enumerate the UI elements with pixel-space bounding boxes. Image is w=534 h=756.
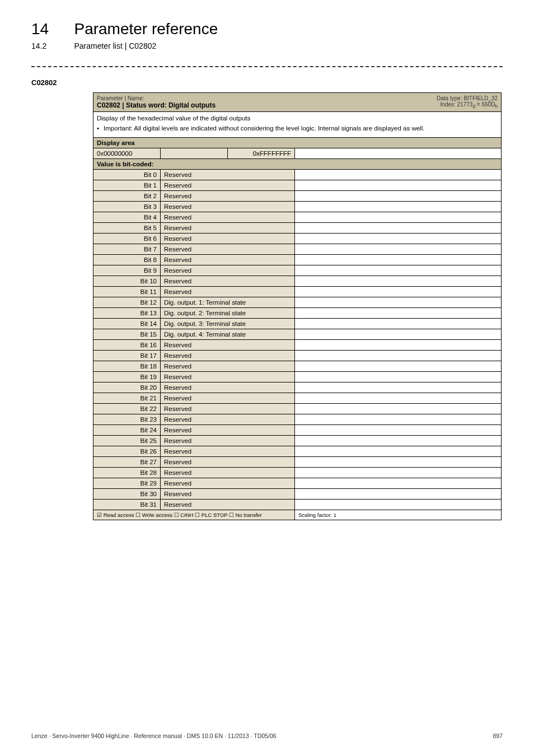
page-footer: Lenze · Servo-Inverter 9400 HighLine · R… — [31, 732, 503, 739]
bit-label: Bit 11 — [93, 287, 161, 297]
bit-label: Bit 4 — [93, 212, 161, 222]
bit-value: Reserved — [161, 382, 295, 393]
bit-coded-header: Value is bit-coded: — [93, 159, 501, 170]
bit-value: Dig. output. 4: Terminal state — [161, 329, 295, 339]
bit-value: Reserved — [161, 340, 295, 350]
bit-label: Bit 2 — [93, 191, 161, 201]
footer-text: Lenze · Servo-Inverter 9400 HighLine · R… — [31, 732, 277, 739]
bit-label: Bit 12 — [93, 297, 161, 307]
bit-value: Reserved — [161, 170, 295, 180]
bit-label: Bit 7 — [93, 244, 161, 254]
bit-value: Reserved — [161, 404, 295, 414]
bit-value: Reserved — [161, 361, 295, 371]
bit-value: Reserved — [161, 478, 295, 488]
bit-value: Reserved — [161, 223, 295, 233]
bit-row: Bit 21Reserved — [93, 393, 501, 404]
bit-value: Reserved — [161, 489, 295, 499]
section-title: Parameter list | C02802 — [74, 41, 156, 50]
bit-value: Reserved — [161, 446, 295, 456]
access-flags: ☑ Read access ☐ Write access ☐ CINH ☐ PL… — [93, 510, 295, 520]
bit-row: Bit 28Reserved — [93, 468, 501, 478]
bit-label: Bit 31 — [93, 500, 161, 510]
bit-value: Dig. output. 1: Terminal state — [161, 297, 295, 307]
bit-label: Bit 13 — [93, 308, 161, 318]
bit-label: Bit 14 — [93, 319, 161, 329]
bit-row: Bit 9Reserved — [93, 265, 501, 276]
bit-row: Bit 11Reserved — [93, 287, 501, 297]
bit-value: Dig. output. 2: Terminal state — [161, 308, 295, 318]
bit-row: Bit 30Reserved — [93, 489, 501, 500]
description-row: Display of the hexadecimal value of the … — [93, 112, 501, 138]
description-text: Display of the hexadecimal value of the … — [97, 114, 498, 123]
bit-label: Bit 30 — [93, 489, 161, 499]
bit-label: Bit 23 — [93, 414, 161, 424]
bit-label: Bit 8 — [93, 255, 161, 265]
chapter-title: Parameter reference — [74, 20, 218, 38]
bit-value: Reserved — [161, 212, 295, 222]
bit-row: Bit 15Dig. output. 4: Terminal state — [93, 329, 501, 340]
bit-value: Reserved — [161, 393, 295, 403]
display-range-row: 0x00000000 0xFFFFFFFF — [93, 148, 501, 159]
bit-value: Reserved — [161, 191, 295, 201]
bit-label: Bit 20 — [93, 382, 161, 393]
access-flags-row: ☑ Read access ☐ Write access ☐ CINH ☐ PL… — [93, 510, 501, 520]
bit-value: Reserved — [161, 372, 295, 382]
bit-value: Reserved — [161, 500, 295, 510]
bit-row: Bit 18Reserved — [93, 361, 501, 372]
param-title: C02802 | Status word: Digital outputs — [97, 101, 430, 109]
bit-value: Reserved — [161, 287, 295, 297]
bit-row: Bit 3Reserved — [93, 202, 501, 212]
bit-label: Bit 1 — [93, 180, 161, 190]
bit-row: Bit 14Dig. output. 3: Terminal state — [93, 319, 501, 329]
bit-label: Bit 16 — [93, 340, 161, 350]
bit-label: Bit 9 — [93, 265, 161, 276]
bit-row: Bit 22Reserved — [93, 404, 501, 414]
bit-row: Bit 13Dig. output. 2: Terminal state — [93, 308, 501, 319]
bit-label: Bit 17 — [93, 351, 161, 361]
table-header-row: Parameter | Name: C02802 | Status word: … — [93, 93, 501, 112]
divider-dashed — [31, 66, 503, 67]
bit-value: Reserved — [161, 180, 295, 190]
bit-row: Bit 31Reserved — [93, 500, 501, 510]
bit-label: Bit 24 — [93, 425, 161, 435]
bit-row: Bit 2Reserved — [93, 191, 501, 202]
bit-label: Bit 22 — [93, 404, 161, 414]
bit-row: Bit 6Reserved — [93, 234, 501, 244]
bit-label: Bit 19 — [93, 372, 161, 382]
bit-value: Reserved — [161, 425, 295, 435]
bit-value: Reserved — [161, 265, 295, 276]
bit-row: Bit 4Reserved — [93, 212, 501, 223]
bit-label: Bit 18 — [93, 361, 161, 371]
bit-row: Bit 5Reserved — [93, 223, 501, 234]
display-min: 0x00000000 — [93, 148, 161, 158]
bit-row: Bit 29Reserved — [93, 478, 501, 489]
param-name-label: Parameter | Name: — [97, 95, 430, 101]
bit-label: Bit 27 — [93, 457, 161, 467]
bit-label: Bit 25 — [93, 436, 161, 446]
display-area-header: Display area — [93, 138, 501, 148]
bit-row: Bit 24Reserved — [93, 425, 501, 436]
parameter-id-heading: C02802 — [31, 78, 503, 87]
bit-row: Bit 27Reserved — [93, 457, 501, 468]
bit-value: Reserved — [161, 457, 295, 467]
bit-value: Reserved — [161, 436, 295, 446]
bit-row: Bit 10Reserved — [93, 276, 501, 287]
bit-value: Reserved — [161, 468, 295, 478]
bit-label: Bit 3 — [93, 202, 161, 212]
bit-row: Bit 1Reserved — [93, 180, 501, 191]
bit-row: Bit 7Reserved — [93, 244, 501, 255]
bit-label: Bit 15 — [93, 329, 161, 339]
description-bullet: Important: All digital levels are indica… — [104, 124, 424, 133]
bit-row: Bit 12Dig. output. 1: Terminal state — [93, 297, 501, 308]
bit-value: Reserved — [161, 202, 295, 212]
display-max: 0xFFFFFFFF — [228, 148, 295, 158]
data-type-label: Data type: BITFIELD_32 — [437, 95, 498, 101]
bit-value: Dig. output. 3: Terminal state — [161, 319, 295, 329]
bit-value: Reserved — [161, 244, 295, 254]
bit-label: Bit 10 — [93, 276, 161, 286]
bit-row: Bit 23Reserved — [93, 414, 501, 425]
bit-row: Bit 16Reserved — [93, 340, 501, 351]
bit-row: Bit 20Reserved — [93, 382, 501, 393]
bit-row: Bit 17Reserved — [93, 351, 501, 361]
scaling-factor: Scaling factor: 1 — [295, 510, 501, 520]
